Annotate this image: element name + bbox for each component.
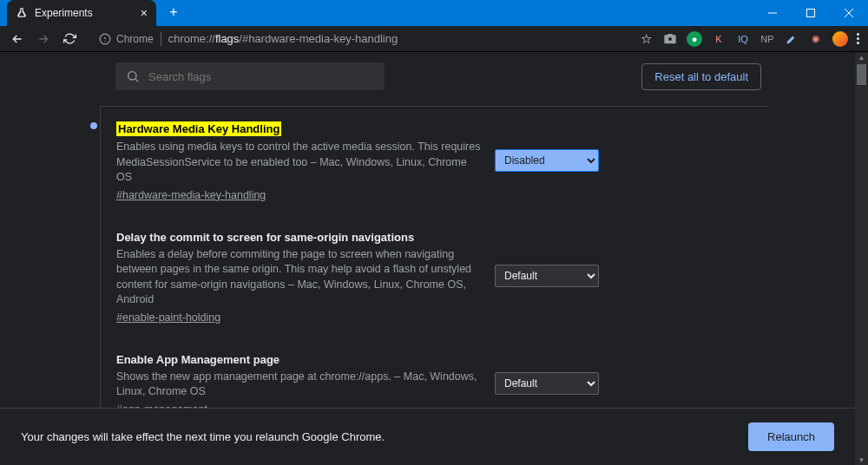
flag-title: Hardware Media Key Handling — [116, 121, 281, 136]
flag-info: Hardware Media Key HandlingEnables using… — [116, 121, 481, 201]
scroll-up-arrow[interactable]: ▲ — [857, 52, 866, 62]
browser-toolbar: Chrome chrome://flags/#hardware-media-ke… — [0, 26, 868, 52]
extension-circle-icon[interactable]: ◉ — [808, 31, 824, 47]
site-info-icon[interactable]: Chrome — [99, 33, 154, 45]
search-flags-box[interactable] — [115, 62, 385, 90]
extension-iq-icon[interactable]: IQ — [735, 31, 751, 47]
extension-k-icon[interactable]: K — [711, 31, 727, 47]
maximize-button[interactable] — [792, 0, 830, 26]
extension-pen-icon[interactable] — [784, 31, 799, 47]
modified-indicator-icon — [90, 122, 97, 129]
relaunch-bar: Your changes will take effect the next t… — [0, 408, 855, 465]
flag-info: Delay the commit to screen for same-orig… — [116, 229, 481, 324]
svg-point-6 — [104, 40, 105, 41]
flag-select[interactable]: Default — [495, 372, 599, 395]
flag-row: Delay the commit to screen for same-orig… — [101, 215, 768, 337]
flag-title: Delay the commit to screen for same-orig… — [116, 231, 414, 244]
flag-description: Enables using media keys to control the … — [116, 140, 481, 186]
page-content: ▲ ▼ Reset all to default Hardware Media … — [0, 52, 868, 465]
extension-np-icon[interactable]: NP — [760, 31, 775, 47]
flag-anchor-link[interactable]: #enable-paint-holding — [116, 311, 481, 324]
search-icon — [126, 69, 140, 83]
window-titlebar: Experiments × + — [0, 0, 868, 26]
close-tab-icon[interactable]: × — [141, 6, 148, 20]
flag-select[interactable]: Default — [495, 265, 599, 287]
secure-label: Chrome — [116, 33, 154, 45]
relaunch-button[interactable]: Relaunch — [748, 422, 834, 451]
svg-point-8 — [128, 72, 136, 80]
forward-button[interactable] — [33, 29, 54, 49]
scrollbar-thumb[interactable] — [857, 64, 866, 85]
new-tab-button[interactable]: + — [161, 0, 186, 24]
search-input[interactable] — [148, 70, 374, 83]
search-row: Reset all to default — [100, 59, 768, 106]
minimize-button[interactable] — [753, 0, 792, 26]
flag-select-wrap: Disabled — [495, 149, 599, 172]
flask-icon — [16, 7, 28, 19]
svg-line-9 — [135, 79, 138, 82]
profile-avatar[interactable] — [832, 31, 848, 47]
svg-point-7 — [668, 37, 672, 41]
flag-select-wrap: Default — [495, 265, 599, 287]
flag-select[interactable]: Disabled — [495, 149, 599, 172]
toolbar-actions: ☆ ● K IQ NP ◉ — [638, 31, 861, 47]
reload-button[interactable] — [59, 29, 80, 49]
reset-all-button[interactable]: Reset all to default — [641, 63, 761, 90]
star-icon[interactable]: ☆ — [638, 31, 654, 47]
url-text: chrome://flags/#hardware-media-key-handl… — [168, 32, 398, 45]
scrollbar[interactable]: ▲ ▼ — [855, 52, 868, 465]
browser-tab[interactable]: Experiments × — [7, 0, 156, 26]
svg-rect-1 — [807, 10, 815, 17]
extension-green-icon[interactable]: ● — [687, 31, 702, 47]
flag-title: Enable App Management page — [116, 353, 279, 366]
camera-icon[interactable] — [662, 31, 678, 47]
flag-description: Enables a delay before commiting the pag… — [116, 247, 481, 308]
address-bar[interactable]: Chrome chrome://flags/#hardware-media-ke… — [90, 28, 406, 50]
relaunch-message: Your changes will take effect the next t… — [21, 430, 385, 443]
flag-anchor-link[interactable]: #hardware-media-key-handling — [116, 189, 481, 201]
menu-button[interactable] — [857, 33, 859, 44]
close-window-button[interactable] — [830, 0, 868, 26]
window-controls — [753, 0, 868, 26]
flag-info: Enable App Management pageShows the new … — [116, 351, 481, 416]
tab-title: Experiments — [35, 7, 134, 19]
flag-select-wrap: Default — [495, 372, 599, 395]
flag-row: Hardware Media Key HandlingEnables using… — [101, 107, 768, 215]
scroll-down-arrow[interactable]: ▼ — [857, 455, 866, 465]
flag-description: Shows the new app management page at chr… — [116, 370, 481, 400]
back-button[interactable] — [7, 29, 28, 49]
omnibox-divider — [161, 32, 161, 46]
